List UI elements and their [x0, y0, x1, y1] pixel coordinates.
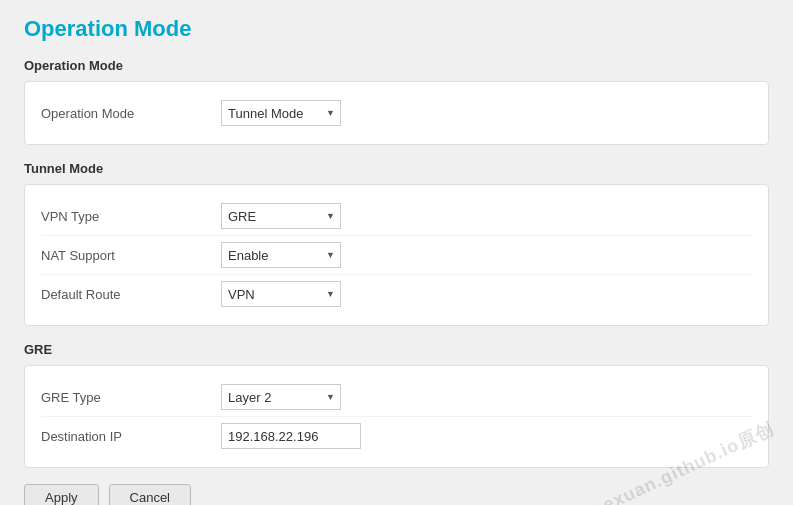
gre-heading: GRE: [24, 342, 769, 357]
default-route-select-wrapper: VPN WAN: [221, 281, 341, 307]
gre-type-control: Layer 2 Layer 3: [221, 384, 341, 410]
field-row-default-route: Default Route VPN WAN: [41, 274, 752, 313]
vpn-type-select-wrapper: GRE IPSec L2TP PPTP: [221, 203, 341, 229]
operation-mode-card: Operation Mode Tunnel Mode Router Mode B…: [24, 81, 769, 145]
gre-card: GRE Type Layer 2 Layer 3 Destination IP: [24, 365, 769, 468]
default-route-control: VPN WAN: [221, 281, 341, 307]
gre-type-select-wrapper: Layer 2 Layer 3: [221, 384, 341, 410]
gre-type-label: GRE Type: [41, 390, 221, 405]
operation-mode-select[interactable]: Tunnel Mode Router Mode Bridge Mode: [221, 100, 341, 126]
nat-support-control: Enable Disable: [221, 242, 341, 268]
cancel-button[interactable]: Cancel: [109, 484, 191, 505]
field-row-operation-mode: Operation Mode Tunnel Mode Router Mode B…: [41, 94, 752, 132]
destination-ip-control: [221, 423, 361, 449]
field-row-vpn-type: VPN Type GRE IPSec L2TP PPTP: [41, 197, 752, 235]
destination-ip-label: Destination IP: [41, 429, 221, 444]
vpn-type-control: GRE IPSec L2TP PPTP: [221, 203, 341, 229]
default-route-label: Default Route: [41, 287, 221, 302]
destination-ip-input[interactable]: [221, 423, 361, 449]
page-title: Operation Mode: [24, 16, 769, 42]
vpn-type-select[interactable]: GRE IPSec L2TP PPTP: [221, 203, 341, 229]
operation-mode-heading: Operation Mode: [24, 58, 769, 73]
page-container: Operation Mode Operation Mode Operation …: [0, 0, 793, 505]
nat-support-select[interactable]: Enable Disable: [221, 242, 341, 268]
gre-type-select[interactable]: Layer 2 Layer 3: [221, 384, 341, 410]
nat-support-label: NAT Support: [41, 248, 221, 263]
operation-mode-control: Tunnel Mode Router Mode Bridge Mode: [221, 100, 341, 126]
vpn-type-label: VPN Type: [41, 209, 221, 224]
operation-mode-select-wrapper: Tunnel Mode Router Mode Bridge Mode: [221, 100, 341, 126]
apply-button[interactable]: Apply: [24, 484, 99, 505]
field-row-destination-ip: Destination IP: [41, 416, 752, 455]
operation-mode-label: Operation Mode: [41, 106, 221, 121]
tunnel-mode-heading: Tunnel Mode: [24, 161, 769, 176]
nat-support-select-wrapper: Enable Disable: [221, 242, 341, 268]
field-row-gre-type: GRE Type Layer 2 Layer 3: [41, 378, 752, 416]
tunnel-mode-card: VPN Type GRE IPSec L2TP PPTP NAT Support…: [24, 184, 769, 326]
field-row-nat-support: NAT Support Enable Disable: [41, 235, 752, 274]
default-route-select[interactable]: VPN WAN: [221, 281, 341, 307]
button-row: Apply Cancel: [24, 484, 769, 505]
